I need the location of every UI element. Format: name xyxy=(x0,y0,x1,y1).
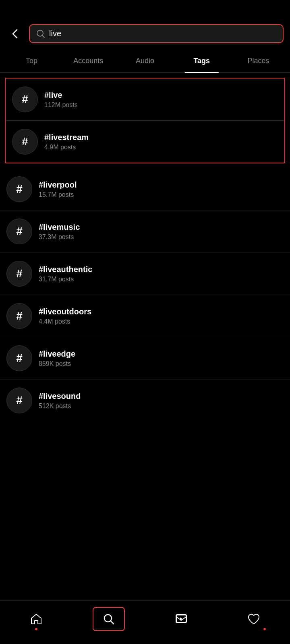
tabs-bar: Top Accounts Audio Tags Places xyxy=(0,50,290,73)
tag-avatar: # xyxy=(6,388,32,413)
hashtag-icon: # xyxy=(16,352,23,365)
tag-name: #liveauthentic xyxy=(39,265,92,274)
header xyxy=(0,0,290,50)
tag-info: #liveoutdoors 4.4M posts xyxy=(39,307,91,325)
tag-posts: 4.9M posts xyxy=(44,144,89,151)
tag-avatar: # xyxy=(6,261,32,287)
tag-info: #liveedge 859K posts xyxy=(39,349,75,367)
hashtag-icon: # xyxy=(16,394,23,407)
tag-info: #liveauthentic 31.7M posts xyxy=(39,265,92,283)
search-icon xyxy=(36,29,45,38)
tag-posts: 112M posts xyxy=(44,101,78,109)
tab-places[interactable]: Places xyxy=(230,50,287,72)
tag-info: #livestream 4.9M posts xyxy=(44,133,89,151)
inbox-icon xyxy=(175,613,188,625)
tag-name: #livemusic xyxy=(39,223,80,232)
list-item[interactable]: # #liveedge 859K posts xyxy=(0,337,290,380)
list-item[interactable]: # #live 112M posts xyxy=(6,78,284,121)
heart-icon xyxy=(247,613,260,625)
tab-audio[interactable]: Audio xyxy=(117,50,174,72)
tag-name: #liveedge xyxy=(39,349,75,359)
nav-item-likes[interactable] xyxy=(238,607,270,631)
tag-name: #livesound xyxy=(39,392,81,401)
hashtag-icon: # xyxy=(22,93,28,106)
tag-posts: 859K posts xyxy=(39,360,75,367)
tag-info: #liverpool 15.7M posts xyxy=(39,180,77,198)
tag-name: #liverpool xyxy=(39,180,77,190)
hashtag-icon: # xyxy=(16,225,23,238)
back-icon xyxy=(10,28,21,39)
tab-accounts[interactable]: Accounts xyxy=(60,50,117,72)
likes-dot xyxy=(263,628,266,630)
list-item[interactable]: # #livestream 4.9M posts xyxy=(6,121,284,163)
tag-avatar: # xyxy=(12,87,38,112)
search-input[interactable] xyxy=(49,29,276,38)
home-icon xyxy=(30,613,43,625)
tag-posts: 37.3M posts xyxy=(39,233,80,241)
nav-item-search[interactable] xyxy=(93,607,125,631)
tag-avatar: # xyxy=(6,176,32,202)
home-dot xyxy=(35,628,37,630)
tag-posts: 15.7M posts xyxy=(39,191,77,198)
tag-posts: 4.4M posts xyxy=(39,318,91,325)
nav-item-inbox[interactable] xyxy=(165,607,197,631)
tag-info: #live 112M posts xyxy=(44,91,78,109)
tag-avatar: # xyxy=(12,129,38,155)
tag-name: #liveoutdoors xyxy=(39,307,91,316)
hashtag-icon: # xyxy=(22,135,28,148)
highlighted-tags-group: # #live 112M posts # #livestream 4.9M po… xyxy=(5,78,285,163)
tab-top[interactable]: Top xyxy=(3,50,60,72)
search-nav-icon xyxy=(102,613,115,625)
hashtag-icon: # xyxy=(16,310,23,322)
tag-info: #livesound 512K posts xyxy=(39,392,81,410)
tag-name: #livestream xyxy=(44,133,89,142)
hashtag-icon: # xyxy=(16,183,23,196)
tag-posts: 512K posts xyxy=(39,402,81,410)
list-item[interactable]: # #liverpool 15.7M posts xyxy=(0,168,290,211)
tag-avatar: # xyxy=(6,219,32,244)
back-button[interactable] xyxy=(6,25,24,43)
tag-avatar: # xyxy=(6,303,32,329)
list-item[interactable]: # #liveoutdoors 4.4M posts xyxy=(0,295,290,337)
tags-list: # #live 112M posts # #livestream 4.9M po… xyxy=(0,78,290,421)
tab-tags[interactable]: Tags xyxy=(173,50,230,72)
bottom-nav xyxy=(0,600,290,644)
nav-item-home[interactable] xyxy=(20,607,52,631)
tag-avatar: # xyxy=(6,345,32,371)
tag-name: #live xyxy=(44,91,78,100)
tag-posts: 31.7M posts xyxy=(39,276,92,283)
search-bar[interactable] xyxy=(29,24,284,43)
list-item[interactable]: # #liveauthentic 31.7M posts xyxy=(0,253,290,295)
list-item[interactable]: # #livesound 512K posts xyxy=(0,380,290,421)
hashtag-icon: # xyxy=(16,267,23,280)
tag-info: #livemusic 37.3M posts xyxy=(39,223,80,241)
list-item[interactable]: # #livemusic 37.3M posts xyxy=(0,211,290,253)
